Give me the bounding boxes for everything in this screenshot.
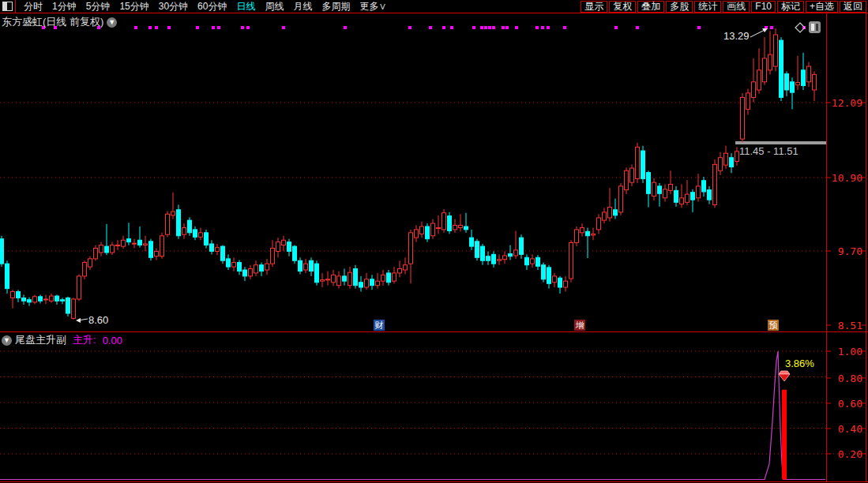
panel-layout-icon [809,21,821,33]
sub-price-label-0.60: 0.60 [831,398,862,410]
chevron-down-icon[interactable]: ▼ [107,17,117,28]
sub-price-label-0.20: 0.20 [831,448,862,460]
chart-corner-icons[interactable] [795,21,821,33]
sub-indicator-label: 主升: [73,333,96,347]
gap-range-annotation: 11.45 - 11.51 [739,145,798,157]
sub-indicator-value: 0.00 [103,335,122,346]
panel-frame [0,13,868,482]
signal-percent-label: 3.86% [785,358,814,369]
main-price-label-9.70: 9.70 [831,245,862,257]
stock-title-bar: 东方盛虹(日线 前复权) ▼ [2,15,117,29]
low-price-annotation: 8.60 [88,314,108,326]
main-price-label-12.09: 12.09 [831,97,862,109]
sub-price-label-1.00: 1.00 [831,346,862,358]
main-price-label-10.90: 10.90 [831,172,862,184]
tdx-app-window: { "window": { "title": "东方盛虹(日线 前复权)" },… [0,0,868,483]
stock-title: 东方盛虹(日线 前复权) [2,15,103,29]
sub-indicator-name[interactable]: 尾盘主升副 [15,333,66,347]
high-price-annotation: 13.29 [723,30,750,42]
signal-bar [782,390,787,480]
event-badge-增[interactable]: 增 [574,320,585,331]
main-price-label-8.51: 8.51 [831,320,862,331]
sub-price-label-0.40: 0.40 [831,423,862,435]
event-badge-财[interactable]: 财 [374,320,385,331]
sub-indicator-series [0,351,825,480]
event-badge-预[interactable]: 预 [768,320,779,331]
gem-icon [779,371,790,374]
candlestick-series [0,28,817,320]
chart-canvas [0,0,868,483]
sub-price-label-0.80: 0.80 [831,373,862,384]
sub-chevron-down-icon[interactable]: ▼ [2,335,12,346]
signal-dots [42,26,806,29]
annotation-arrows [76,28,768,323]
sub-indicator-header: ▼ 尾盘主升副 主升: 0.00 [2,333,122,347]
